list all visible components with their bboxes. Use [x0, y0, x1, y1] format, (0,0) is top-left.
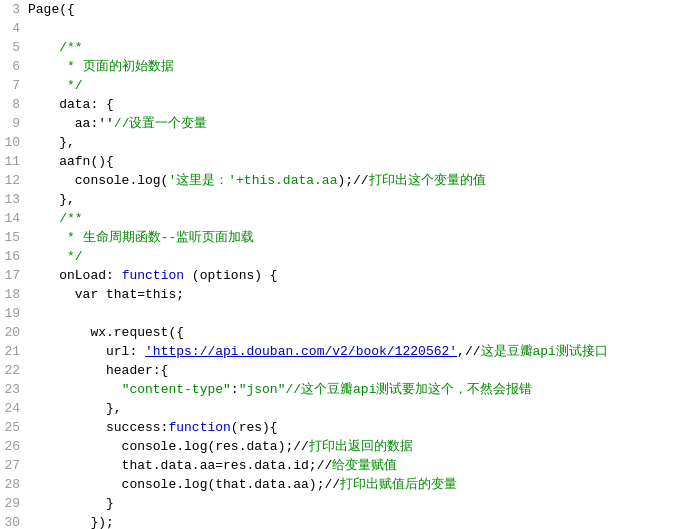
code-line: 8 data: {	[0, 95, 680, 114]
token: },	[28, 401, 122, 416]
line-number: 22	[0, 361, 28, 380]
code-line: 17 onLoad: function (options) {	[0, 266, 680, 285]
code-line: 9 aa:''//设置一个变量	[0, 114, 680, 133]
line-number: 21	[0, 342, 28, 361]
line-number: 9	[0, 114, 28, 133]
code-line: 11 aafn(){	[0, 152, 680, 171]
line-number: 30	[0, 513, 28, 529]
token: );//	[337, 173, 368, 188]
line-content: console.log(res.data);//打印出返回的数据	[28, 437, 680, 456]
line-number: 20	[0, 323, 28, 342]
line-content: data: {	[28, 95, 680, 114]
code-line: 24 },	[0, 399, 680, 418]
code-line: 18 var that=this;	[0, 285, 680, 304]
token: (options) {	[184, 268, 278, 283]
token: console.log(res.data);//	[28, 439, 309, 454]
line-content: */	[28, 76, 680, 95]
line-content: aafn(){	[28, 152, 680, 171]
code-line: 29 }	[0, 494, 680, 513]
token: */	[28, 78, 83, 93]
code-line: 20 wx.request({	[0, 323, 680, 342]
token: },	[28, 192, 75, 207]
code-line: 27 that.data.aa=res.data.id;//给变量赋值	[0, 456, 680, 475]
line-number: 6	[0, 57, 28, 76]
token: 'https://api.douban.com/v2/book/1220562'	[145, 344, 457, 359]
code-line: 30 });	[0, 513, 680, 529]
token: //这个豆瓣api测试要加这个，不然会报错	[285, 382, 532, 397]
line-number: 23	[0, 380, 28, 399]
line-content: }	[28, 494, 680, 513]
code-line: 15 * 生命周期函数--监听页面加载	[0, 228, 680, 247]
code-line: 10 },	[0, 133, 680, 152]
token: 打印出赋值后的变量	[340, 477, 457, 492]
line-number: 10	[0, 133, 28, 152]
line-content: console.log(that.data.aa);//打印出赋值后的变量	[28, 475, 680, 494]
code-line: 14 /**	[0, 209, 680, 228]
code-line: 3Page({	[0, 0, 680, 19]
line-content: onLoad: function (options) {	[28, 266, 680, 285]
line-number: 19	[0, 304, 28, 323]
token: * 生命周期函数--监听页面加载	[28, 230, 254, 245]
line-content: });	[28, 513, 680, 529]
token: "json"	[239, 382, 286, 397]
line-content: },	[28, 399, 680, 418]
line-number: 26	[0, 437, 28, 456]
token: }	[28, 496, 114, 511]
token: * 页面的初始数据	[28, 59, 174, 74]
code-line: 13 },	[0, 190, 680, 209]
token: var that=this;	[28, 287, 184, 302]
line-number: 5	[0, 38, 28, 57]
token: that.data.aa=res.data.id;//	[28, 458, 332, 473]
line-content: * 生命周期函数--监听页面加载	[28, 228, 680, 247]
token: console.log(that.data.aa);//	[28, 477, 340, 492]
line-number: 25	[0, 418, 28, 437]
line-content: },	[28, 190, 680, 209]
line-number: 4	[0, 19, 28, 38]
token: (res){	[231, 420, 278, 435]
token: //设置一个变量	[114, 116, 208, 131]
code-line: 25 success:function(res){	[0, 418, 680, 437]
code-line: 16 */	[0, 247, 680, 266]
line-number: 13	[0, 190, 28, 209]
line-content: url: 'https://api.douban.com/v2/book/122…	[28, 342, 680, 361]
line-number: 16	[0, 247, 28, 266]
code-line: 12 console.log('这里是：'+this.data.aa);//打印…	[0, 171, 680, 190]
token: /**	[28, 211, 83, 226]
token: data: {	[28, 97, 114, 112]
line-number: 7	[0, 76, 28, 95]
line-content: },	[28, 133, 680, 152]
token: url:	[28, 344, 145, 359]
code-line: 23 "content-type":"json"//这个豆瓣api测试要加这个，…	[0, 380, 680, 399]
line-content: wx.request({	[28, 323, 680, 342]
token: ,//	[457, 344, 480, 359]
token: 这是豆瓣api测试接口	[481, 344, 608, 359]
code-editor: 3Page({45 /**6 * 页面的初始数据7 */8 data: {9 a…	[0, 0, 680, 529]
line-number: 8	[0, 95, 28, 114]
line-number: 11	[0, 152, 28, 171]
token: success:	[28, 420, 168, 435]
token: :	[231, 382, 239, 397]
line-content: var that=this;	[28, 285, 680, 304]
line-content: /**	[28, 209, 680, 228]
line-content: */	[28, 247, 680, 266]
token: aa:''	[28, 116, 114, 131]
line-content: header:{	[28, 361, 680, 380]
code-line: 22 header:{	[0, 361, 680, 380]
line-content: console.log('这里是：'+this.data.aa);//打印出这个…	[28, 171, 680, 190]
token: Page({	[28, 2, 75, 17]
line-number: 29	[0, 494, 28, 513]
code-line: 5 /**	[0, 38, 680, 57]
code-line: 28 console.log(that.data.aa);//打印出赋值后的变量	[0, 475, 680, 494]
line-content: success:function(res){	[28, 418, 680, 437]
code-line: 7 */	[0, 76, 680, 95]
token: */	[28, 249, 83, 264]
token: /**	[28, 40, 83, 55]
line-number: 14	[0, 209, 28, 228]
token: aafn(){	[28, 154, 114, 169]
line-number: 27	[0, 456, 28, 475]
line-number: 15	[0, 228, 28, 247]
code-line: 6 * 页面的初始数据	[0, 57, 680, 76]
token: 打印出返回的数据	[309, 439, 413, 454]
token: header:{	[28, 363, 168, 378]
token: '这里是：'+this.data.aa	[168, 173, 337, 188]
